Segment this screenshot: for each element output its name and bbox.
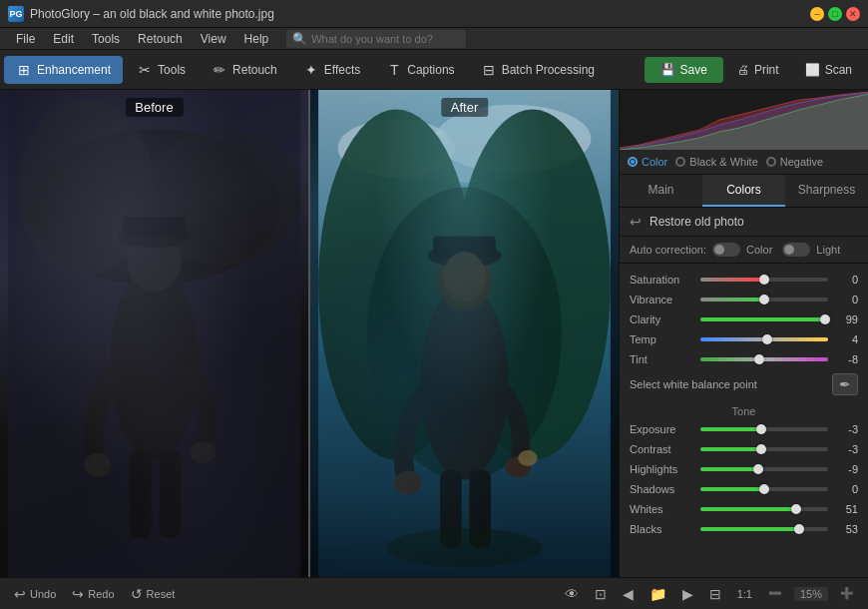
effects-label: Effects bbox=[324, 63, 360, 77]
menu-retouch[interactable]: Retouch bbox=[130, 30, 191, 48]
before-label: Before bbox=[125, 98, 183, 117]
zoom-in-button[interactable]: ➕ bbox=[836, 585, 858, 602]
captions-icon: T bbox=[386, 62, 402, 78]
svg-point-3 bbox=[145, 129, 300, 266]
minimize-button[interactable]: – bbox=[810, 7, 824, 21]
main-toolbar: ⊞ Enhancement ✂ Tools ✏ Retouch ✦ Effect… bbox=[0, 50, 868, 90]
histogram-chart bbox=[620, 90, 868, 150]
reset-label: Reset bbox=[147, 588, 176, 600]
search-input[interactable] bbox=[311, 33, 460, 45]
save-button[interactable]: 💾 Save bbox=[645, 57, 723, 83]
after-figure-svg bbox=[310, 90, 619, 577]
redo-button[interactable]: ↪ Redo bbox=[68, 584, 118, 604]
bw-radio[interactable] bbox=[675, 157, 685, 167]
histogram bbox=[620, 90, 868, 150]
menu-tools[interactable]: Tools bbox=[84, 30, 128, 48]
tools-button[interactable]: ✂ Tools bbox=[125, 56, 198, 84]
tint-slider[interactable] bbox=[700, 357, 828, 361]
restore-label: Restore old photo bbox=[650, 215, 744, 229]
batch-icon: ⊟ bbox=[481, 62, 497, 78]
print-icon: 🖨 bbox=[737, 63, 749, 77]
mode-color[interactable]: Color bbox=[628, 156, 667, 168]
undo-icon: ↩ bbox=[14, 586, 26, 602]
svg-rect-11 bbox=[159, 450, 180, 538]
scan-icon: ⬜ bbox=[805, 63, 820, 77]
eye-icon: 👁 bbox=[565, 586, 579, 602]
mode-negative[interactable]: Negative bbox=[766, 156, 823, 168]
svg-point-21 bbox=[427, 244, 501, 267]
folder-button[interactable]: 📁 bbox=[646, 584, 670, 604]
after-panel: After bbox=[310, 90, 619, 577]
app-icon: PG bbox=[8, 6, 24, 22]
vibrance-slider[interactable] bbox=[700, 298, 828, 302]
enhancement-icon: ⊞ bbox=[16, 62, 32, 78]
next-button[interactable]: ▶ bbox=[678, 584, 697, 604]
exposure-slider[interactable] bbox=[700, 427, 828, 431]
tools-icon: ✂ bbox=[137, 62, 153, 78]
enhancement-label: Enhancement bbox=[37, 63, 111, 77]
window-controls: – □ ✕ bbox=[810, 7, 860, 21]
svg-rect-28 bbox=[469, 470, 490, 548]
eye-button[interactable]: 👁 bbox=[561, 584, 583, 604]
svg-rect-0 bbox=[8, 90, 300, 577]
before-panel: Before bbox=[0, 90, 308, 577]
whites-slider[interactable] bbox=[700, 507, 828, 511]
whites-value: 51 bbox=[834, 503, 858, 515]
color-radio[interactable] bbox=[628, 157, 638, 167]
prev-button[interactable]: ◀ bbox=[619, 584, 638, 604]
retouch-button[interactable]: ✏ Retouch bbox=[200, 56, 289, 84]
svg-point-15 bbox=[377, 134, 553, 183]
scan-button[interactable]: ⬜ Scan bbox=[793, 57, 864, 83]
temp-slider[interactable] bbox=[700, 337, 828, 341]
negative-radio[interactable] bbox=[766, 157, 776, 167]
vibrance-row: Vibrance 0 bbox=[620, 290, 868, 309]
ratio-button[interactable]: 1:1 bbox=[733, 586, 756, 602]
auto-correction-label: Auto correction: bbox=[630, 244, 706, 256]
tab-colors[interactable]: Colors bbox=[702, 175, 785, 207]
batch-button[interactable]: ⊟ Batch Processing bbox=[469, 56, 607, 84]
compare-button[interactable]: ⊟ bbox=[705, 584, 725, 604]
menu-file[interactable]: File bbox=[8, 30, 43, 48]
captions-button[interactable]: T Captions bbox=[374, 56, 466, 84]
svg-point-6 bbox=[117, 225, 191, 248]
maximize-button[interactable]: □ bbox=[828, 7, 842, 21]
bw-mode-label: Black & White bbox=[689, 156, 757, 168]
fit-button[interactable]: ⊡ bbox=[591, 584, 611, 604]
clarity-slider[interactable] bbox=[700, 317, 828, 321]
svg-point-20 bbox=[437, 249, 492, 310]
whites-label: Whites bbox=[630, 503, 694, 515]
highlights-slider[interactable] bbox=[700, 467, 828, 471]
tab-main[interactable]: Main bbox=[620, 175, 702, 207]
compare-icon: ⊟ bbox=[709, 586, 721, 602]
before-after-divider[interactable] bbox=[308, 90, 310, 577]
svg-point-5 bbox=[127, 230, 182, 292]
tab-sharpness[interactable]: Sharpness bbox=[785, 175, 868, 207]
folder-icon: 📁 bbox=[650, 586, 666, 602]
saturation-slider[interactable] bbox=[700, 278, 828, 282]
whites-row: Whites 51 bbox=[620, 499, 868, 519]
contrast-slider[interactable] bbox=[700, 447, 828, 451]
blacks-slider[interactable] bbox=[700, 527, 828, 531]
print-button[interactable]: 🖨 Print bbox=[725, 57, 791, 83]
menu-help[interactable]: Help bbox=[236, 30, 277, 48]
light-toggle[interactable] bbox=[782, 243, 810, 257]
undo-button[interactable]: ↩ Undo bbox=[10, 584, 60, 604]
effects-icon: ✦ bbox=[303, 62, 319, 78]
captions-label: Captions bbox=[407, 63, 454, 77]
menu-edit[interactable]: Edit bbox=[45, 30, 82, 48]
zoom-out-button[interactable]: ➖ bbox=[764, 585, 786, 602]
reset-button[interactable]: ↺ Reset bbox=[127, 584, 180, 604]
menu-view[interactable]: View bbox=[193, 30, 234, 48]
clarity-value: 99 bbox=[834, 313, 858, 325]
close-button[interactable]: ✕ bbox=[846, 7, 860, 21]
shadows-slider[interactable] bbox=[700, 487, 828, 491]
enhancement-button[interactable]: ⊞ Enhancement bbox=[4, 56, 123, 84]
svg-point-8 bbox=[84, 453, 111, 476]
search-bar[interactable]: 🔍 bbox=[286, 30, 466, 48]
next-icon: ▶ bbox=[682, 586, 693, 602]
mode-bw[interactable]: Black & White bbox=[675, 156, 757, 168]
auto-correction-toggle[interactable] bbox=[712, 243, 740, 257]
temp-row: Temp 4 bbox=[620, 329, 868, 349]
wb-picker-button[interactable]: ✒ bbox=[832, 373, 858, 395]
effects-button[interactable]: ✦ Effects bbox=[291, 56, 372, 84]
